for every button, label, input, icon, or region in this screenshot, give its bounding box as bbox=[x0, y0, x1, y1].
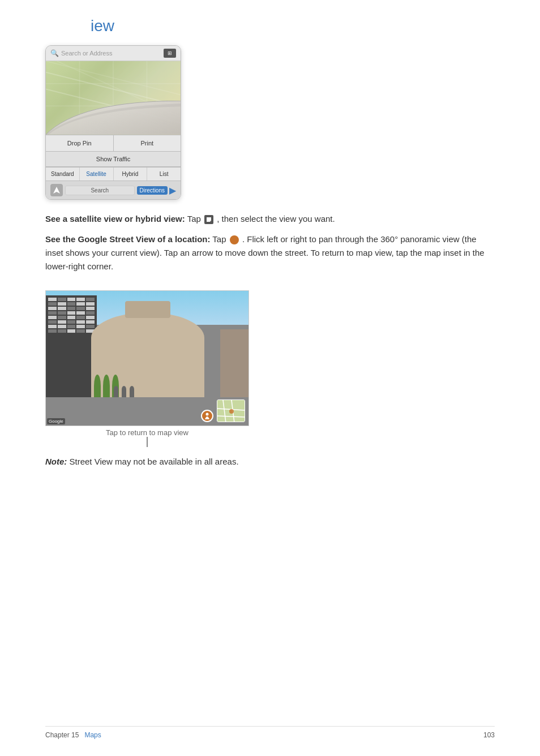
page-curl-inline-icon bbox=[204, 215, 213, 224]
footer-chapter-link[interactable]: Maps bbox=[84, 731, 101, 739]
sv-right-building bbox=[220, 329, 248, 397]
location-icon bbox=[50, 184, 63, 196]
street-view-caption-area: Tap to return to map view bbox=[45, 428, 249, 447]
para1-rest: , then select the view you want. bbox=[217, 214, 335, 224]
print-button[interactable]: Print bbox=[114, 135, 181, 151]
street-view-inline-icon bbox=[230, 235, 239, 244]
sv-people bbox=[114, 386, 134, 397]
tab-hybrid[interactable]: Hybrid bbox=[114, 167, 148, 181]
search-placeholder: Search or Address bbox=[61, 50, 164, 57]
tab-standard[interactable]: Standard bbox=[46, 167, 80, 181]
svg-point-16 bbox=[206, 413, 209, 416]
tab-satellite[interactable]: Satellite bbox=[80, 167, 114, 181]
mockup-bottom-panel: Drop Pin Print Show Traffic Standard Sat… bbox=[46, 135, 181, 199]
note-paragraph: Note: Street View may not be available i… bbox=[45, 455, 495, 469]
iphone-mockup: 🔍 Search or Address ⊞ bbox=[45, 45, 181, 200]
sv-building-top bbox=[125, 301, 170, 318]
bookmark-label: ⊞ bbox=[168, 50, 172, 56]
mockup-search-bar: 🔍 Search or Address ⊞ bbox=[46, 46, 181, 61]
toolbar-search-label: Search bbox=[65, 186, 135, 195]
para2-text: Tap bbox=[212, 234, 228, 244]
page-title-partial: iew bbox=[45, 17, 495, 35]
content-section: See a satellite view or hybrid view: Tap… bbox=[45, 212, 495, 469]
footer-chapter-label: Chapter 15 bbox=[45, 731, 79, 739]
para2-bold: See the Google Street View of a location… bbox=[45, 234, 210, 244]
drop-pin-button[interactable]: Drop Pin bbox=[46, 135, 114, 151]
street-view-container: Google Tap bbox=[45, 290, 249, 447]
toolbar-directions-button[interactable]: Directions bbox=[137, 186, 168, 195]
sv-pegman-icon bbox=[201, 410, 213, 422]
page-curl-svg bbox=[46, 101, 181, 135]
street-view-caption: Tap to return to map view bbox=[45, 428, 249, 437]
bookmark-icon: ⊞ bbox=[164, 49, 176, 58]
toolbar-arrow-icon: ▶ bbox=[169, 185, 176, 196]
street-view-image: Google bbox=[45, 290, 249, 426]
window-grid bbox=[46, 295, 97, 335]
para-street-view: See the Google Street View of a location… bbox=[45, 233, 495, 273]
show-traffic-button[interactable]: Show Traffic bbox=[46, 151, 181, 167]
para1-text: Tap bbox=[187, 214, 203, 224]
svg-point-15 bbox=[229, 409, 234, 414]
tab-list[interactable]: List bbox=[147, 167, 181, 181]
sv-left-buildings bbox=[46, 295, 97, 397]
note-bold: Note: bbox=[45, 457, 67, 466]
mockup-map-area bbox=[46, 61, 181, 135]
para1-bold: See a satellite view or hybrid view: bbox=[45, 214, 185, 224]
search-icon: 🔍 bbox=[50, 49, 59, 57]
svg-marker-9 bbox=[53, 187, 60, 194]
footer-chapter: Chapter 15 Maps bbox=[45, 731, 101, 739]
mockup-view-tabs: Standard Satellite Hybrid List bbox=[46, 167, 181, 181]
caption-line bbox=[147, 437, 148, 447]
sv-map-inset[interactable] bbox=[217, 400, 245, 422]
sv-google-logo: Google bbox=[47, 418, 65, 424]
page-footer: Chapter 15 Maps 103 bbox=[45, 726, 495, 739]
mockup-toolbar: Search Directions ▶ bbox=[46, 181, 181, 199]
mockup-row-buttons: Drop Pin Print bbox=[46, 135, 181, 151]
para-satellite-view: See a satellite view or hybrid view: Tap… bbox=[45, 212, 495, 226]
note-text: Street View may not be available in all … bbox=[70, 457, 239, 466]
footer-page-number: 103 bbox=[483, 731, 495, 739]
